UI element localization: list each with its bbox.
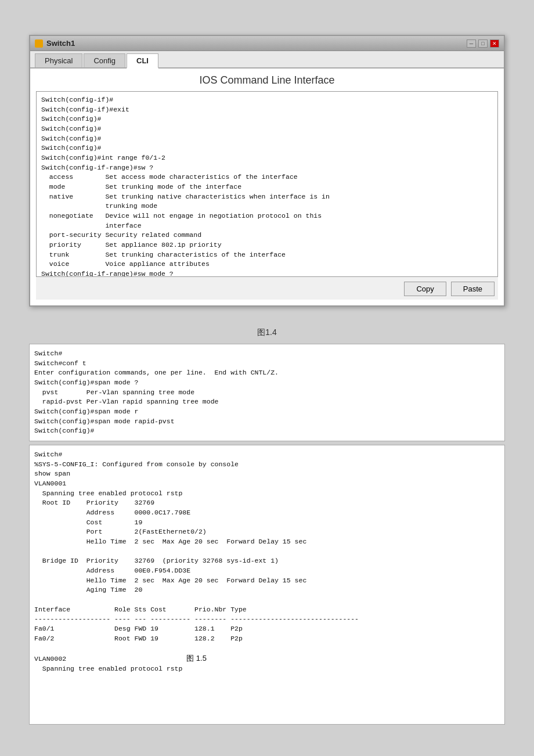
close-button[interactable]: ✕: [490, 39, 499, 48]
tab-bar: Physical Config CLI: [30, 51, 504, 69]
terminal-block-2-top: Switch# Switch#conf t Enter configuratio…: [29, 344, 505, 441]
maximize-button[interactable]: □: [478, 39, 488, 48]
tab-physical[interactable]: Physical: [35, 53, 82, 67]
window-title: Switch1: [46, 39, 75, 48]
window-content: IOS Command Line Interface Switch(config…: [30, 69, 504, 305]
terminal-block-2-lower: Switch# %SYS-5-CONFIG_I: Configured from…: [29, 445, 505, 725]
terminal-lower-output: Switch# %SYS-5-CONFIG_I: Configured from…: [34, 450, 500, 674]
cli-terminal-1[interactable]: Switch(config-if)# Switch(config-if)#exi…: [36, 91, 498, 277]
terminal-top-content[interactable]: Switch# Switch#conf t Enter configuratio…: [30, 344, 504, 441]
window-controls: ─ □ ✕: [467, 39, 499, 48]
minimize-button[interactable]: ─: [467, 39, 476, 48]
tab-cli[interactable]: CLI: [127, 53, 158, 69]
fig14-label: 图1.4: [257, 327, 276, 338]
tab-config[interactable]: Config: [84, 53, 125, 67]
app-icon: [35, 39, 43, 48]
copy-button[interactable]: Copy: [404, 282, 446, 296]
title-bar-left: Switch1: [35, 39, 75, 48]
terminal-lower-content[interactable]: Switch# %SYS-5-CONFIG_I: Configured from…: [30, 445, 504, 724]
cli-heading: IOS Command Line Interface: [36, 74, 498, 87]
terminal-output-1: Switch(config-if)# Switch(config-if)#exi…: [41, 95, 493, 277]
button-row: Copy Paste: [36, 277, 498, 300]
terminal-top-output: Switch# Switch#conf t Enter configuratio…: [34, 349, 500, 436]
paste-button[interactable]: Paste: [451, 282, 495, 296]
title-bar: Switch1 ─ □ ✕: [30, 36, 504, 51]
switch1-window: Switch1 ─ □ ✕ Physical Config CLI IOS Co…: [29, 35, 505, 307]
